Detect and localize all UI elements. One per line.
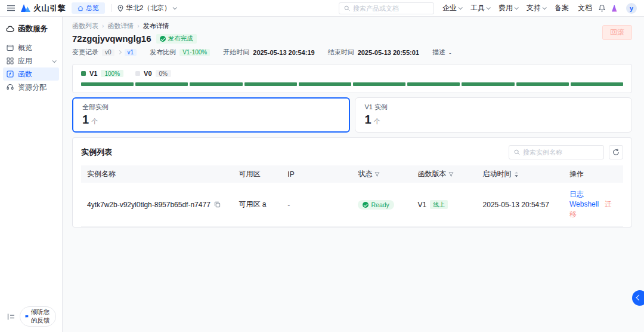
- refresh-icon: [612, 149, 620, 156]
- chat-bubble-icon: [25, 313, 29, 319]
- table-row: 4ytk7w2b-v92yl0tlgh-8957b65df-n7477 可用区 …: [81, 183, 623, 227]
- stats-row: 全部实例 1 个 V1 实例 1 个: [72, 97, 632, 133]
- online-tag: 线上: [430, 200, 448, 209]
- copy-icon[interactable]: [214, 201, 221, 208]
- traffic-segment: [462, 82, 514, 86]
- menu-icp[interactable]: 备案: [555, 3, 569, 13]
- menu-enterprise[interactable]: 企业: [442, 3, 462, 13]
- overview-pill[interactable]: 总览: [72, 2, 105, 14]
- release-status-badge: 发布完成: [156, 34, 197, 44]
- region-selector[interactable]: 华北2（北京）: [117, 4, 176, 13]
- traffic-segment: [571, 82, 623, 86]
- sidebar-item-resource-allocation[interactable]: 资源分配: [3, 81, 59, 94]
- menu-billing[interactable]: 费用: [499, 3, 518, 13]
- breadcrumb: 函数列表 › 函数详情 › 发布详情: [72, 21, 632, 30]
- legend-v1: V1 100%: [81, 70, 123, 77]
- version-tag-v0: v0: [102, 49, 114, 56]
- location-pin-icon: [117, 5, 123, 12]
- logo-text: 火山引擎: [33, 3, 66, 14]
- sidebar-item-applications[interactable]: 应用: [3, 54, 59, 67]
- resource-allocation-icon: [7, 84, 14, 91]
- tab-all-instances[interactable]: 全部实例 1 个: [72, 97, 350, 133]
- version-filter-icon[interactable]: [448, 172, 454, 177]
- rollback-button[interactable]: 回滚: [602, 25, 632, 40]
- meta-release-ratio: 发布比例 V1-100%: [150, 48, 210, 57]
- version-tag-v1: v1: [125, 49, 137, 56]
- sidebar-item-functions[interactable]: 函数: [3, 67, 59, 81]
- status-filter-icon[interactable]: [374, 172, 380, 177]
- function-service-icon: [6, 26, 14, 32]
- topbar: 火山引擎 总览 华北2（北京） 企业 工具 费用 支持 备案 文档 y: [0, 0, 644, 17]
- title-row: 72zgqjyvqwnglg16 发布完成: [72, 33, 632, 44]
- refresh-button[interactable]: [609, 145, 623, 159]
- breadcrumb-function-list[interactable]: 函数列表: [72, 21, 98, 30]
- menu-docs[interactable]: 文档: [578, 3, 592, 13]
- traffic-segment: [299, 82, 351, 86]
- volcengine-logo[interactable]: 火山引擎: [21, 3, 66, 14]
- traffic-segment: [190, 82, 242, 86]
- traffic-bar: [81, 82, 623, 86]
- table-header-row: 实例名称 可用区 IP 状态 函数版本 启动时间 操作: [81, 165, 623, 183]
- check-circle-icon: [160, 36, 166, 42]
- search-icon: [344, 5, 350, 11]
- page-title: 72zgqjyvqwnglg16: [72, 33, 151, 44]
- instance-list-panel: 实例列表 实例名称: [72, 137, 632, 228]
- breadcrumb-release-detail: 发布详情: [143, 21, 169, 30]
- menu-tools[interactable]: 工具: [470, 3, 490, 13]
- legend-v1-percent: 100%: [101, 70, 123, 77]
- meta-end-time: 结束时间 2025-05-13 20:55:01: [328, 48, 419, 57]
- tab-v1-instances[interactable]: V1 实例 1 个: [355, 97, 633, 133]
- instance-search[interactable]: [509, 145, 604, 159]
- chevron-down-icon: [543, 5, 547, 10]
- main-content: 函数列表 › 函数详情 › 发布详情 72zgqjyvqwnglg16 发布完成…: [63, 17, 644, 332]
- legend-swatch-v0: [135, 71, 140, 76]
- ratio-tag: V1-100%: [179, 49, 210, 56]
- traffic-legend: V1 100% V0 0%: [81, 70, 623, 77]
- start-time-sort-icon[interactable]: [514, 171, 519, 177]
- sidebar-service-title: 函数服务: [0, 17, 62, 34]
- instance-version: V1: [417, 201, 426, 209]
- global-search[interactable]: [339, 2, 434, 14]
- meta-start-time: 开始时间 2025-05-13 20:54:19: [223, 48, 314, 57]
- v1-instances-count: 1: [365, 113, 371, 127]
- instance-zone: 可用区 a: [233, 183, 282, 227]
- drawer-toggle-button[interactable]: [632, 290, 644, 306]
- sidebar-footer: 倾听您的反馈: [0, 302, 62, 332]
- col-instance-name: 实例名称: [81, 165, 233, 183]
- traffic-segment: [353, 82, 405, 86]
- avatar-letter: y: [630, 5, 633, 12]
- hamburger-menu-icon[interactable]: [7, 5, 15, 11]
- brand-color-mark-icon[interactable]: [612, 5, 620, 12]
- menu-support[interactable]: 支持: [527, 3, 546, 13]
- chevron-down-icon: [487, 5, 491, 10]
- log-action-link[interactable]: 日志: [569, 190, 584, 198]
- instance-search-input[interactable]: [523, 149, 599, 156]
- user-avatar[interactable]: y: [626, 3, 637, 14]
- global-search-input[interactable]: [353, 5, 429, 12]
- notification-bell-icon[interactable]: [598, 4, 606, 12]
- breadcrumb-separator: ›: [137, 23, 139, 29]
- breadcrumb-separator: ›: [102, 23, 104, 29]
- feedback-button[interactable]: 倾听您的反馈: [20, 306, 56, 327]
- col-actions: 操作: [564, 165, 623, 183]
- overview-icon: [7, 44, 14, 51]
- col-ip: IP: [281, 165, 352, 183]
- col-version: 函数版本: [411, 165, 476, 183]
- mountain-logo-icon: [21, 4, 30, 12]
- sidebar-collapse-icon[interactable]: [7, 313, 15, 320]
- chevron-down-icon: [173, 5, 177, 10]
- breadcrumb-function-detail[interactable]: 函数详情: [107, 21, 134, 30]
- chevron-down-icon: [52, 59, 57, 63]
- traffic-card: V1 100% V0 0%: [72, 64, 632, 93]
- traffic-segment: [81, 82, 134, 86]
- overview-pill-label: 总览: [86, 4, 99, 13]
- region-label: 华北2（北京）: [126, 4, 171, 13]
- instance-table: 实例名称 可用区 IP 状态 函数版本 启动时间 操作: [81, 165, 623, 227]
- legend-swatch-v1: [81, 71, 86, 76]
- webshell-action-link[interactable]: Webshell: [569, 200, 599, 208]
- function-icon: [7, 70, 14, 78]
- home-icon: [78, 5, 83, 11]
- sidebar-item-overview[interactable]: 概览: [3, 41, 59, 54]
- instance-name: 4ytk7w2b-v92yl0tlgh-8957b65df-n7477: [87, 201, 210, 209]
- traffic-segment: [135, 82, 188, 86]
